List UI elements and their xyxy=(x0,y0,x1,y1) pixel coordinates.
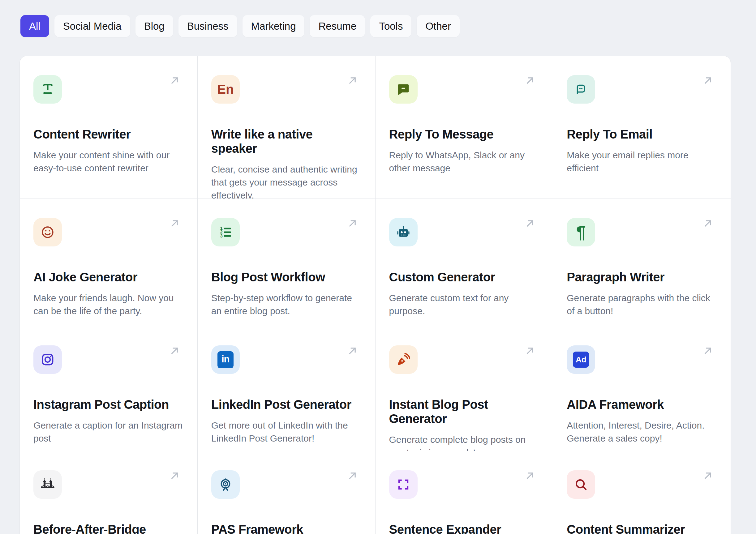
svg-text:3: 3 xyxy=(220,233,222,238)
tool-title: Reply To Message xyxy=(389,127,539,141)
tool-description: Make your friends laugh. Now you can be … xyxy=(33,292,184,318)
text-width-icon xyxy=(33,75,62,104)
tool-title: Paragraph Writer xyxy=(567,270,717,284)
tool-title: Write like a native speaker xyxy=(211,127,362,155)
pilcrow-icon: ¶ xyxy=(567,218,595,247)
tool-description: Get more out of LinkedIn with the Linked… xyxy=(211,419,362,445)
filter-button-blog[interactable]: Blog xyxy=(135,15,173,37)
tool-title: Before-After-Bridge xyxy=(33,522,184,534)
category-filter-bar: AllSocial MediaBlogBusinessMarketingResu… xyxy=(20,15,460,37)
tool-card[interactable]: in LinkedIn Post Generator Get more out … xyxy=(198,326,375,451)
expand-corners-icon xyxy=(389,470,418,499)
tool-card[interactable]: 1 2 3 Blog Post Workflow Step-by-step wo… xyxy=(198,199,375,326)
tool-title: Content Rewriter xyxy=(33,127,184,141)
tool-title: Content Summarizer xyxy=(567,522,717,534)
instagram-icon xyxy=(33,345,62,374)
tool-card[interactable]: PAS Framework xyxy=(198,451,375,534)
tool-card[interactable]: Ad AIDA Framework Attention, Interest, D… xyxy=(553,326,731,451)
open-arrow-icon[interactable] xyxy=(702,217,714,230)
tools-grid: Content Rewriter Make your content shine… xyxy=(19,56,731,534)
tool-description: Reply to WhatsApp, Slack or any other me… xyxy=(389,149,539,175)
tool-card[interactable]: AI Joke Generator Make your friends laug… xyxy=(20,199,197,326)
robot-icon xyxy=(389,218,418,247)
tool-description: Generate paragraphs with the click of a … xyxy=(567,292,717,318)
message-bubble-icon xyxy=(389,75,418,104)
tower-bridge-icon xyxy=(33,470,62,499)
filter-button-marketing[interactable]: Marketing xyxy=(243,15,305,37)
chat-bot-bubble-icon xyxy=(567,75,595,104)
numbered-list-icon: 1 2 3 xyxy=(211,218,240,247)
tool-title: Reply To Email xyxy=(567,127,717,141)
open-arrow-icon[interactable] xyxy=(168,74,181,87)
tool-card[interactable]: Content Rewriter Make your content shine… xyxy=(20,56,197,199)
open-arrow-icon[interactable] xyxy=(524,470,536,482)
tool-description: Make your email replies more efficient xyxy=(567,149,717,175)
tool-card[interactable]: Content Summarizer xyxy=(553,451,731,534)
tool-description: Clear, concise and authentic writing tha… xyxy=(211,163,362,199)
tool-description: Generate a caption for an Instagram post xyxy=(33,419,184,445)
open-arrow-icon[interactable] xyxy=(702,470,714,482)
tool-card[interactable]: Instagram Post Caption Generate a captio… xyxy=(20,326,197,451)
pen-feed-icon xyxy=(389,345,418,374)
open-arrow-icon[interactable] xyxy=(702,74,714,87)
tool-title: Blog Post Workflow xyxy=(211,270,362,284)
tool-title: LinkedIn Post Generator xyxy=(211,397,362,412)
ad-badge: Ad xyxy=(573,352,589,368)
tool-title: Sentence Expander xyxy=(389,522,539,534)
tool-description: Make your content shine with our easy-to… xyxy=(33,149,184,175)
filter-button-social-media[interactable]: Social Media xyxy=(54,15,130,37)
tool-title: AIDA Framework xyxy=(567,397,717,412)
tool-title: Instagram Post Caption xyxy=(33,397,184,412)
linkedin-icon: in xyxy=(211,345,240,374)
filter-button-resume[interactable]: Resume xyxy=(310,15,365,37)
open-arrow-icon[interactable] xyxy=(168,345,181,357)
en-text: En xyxy=(217,82,234,97)
open-arrow-icon[interactable] xyxy=(346,345,359,357)
tool-title: Instant Blog Post Generator xyxy=(389,397,539,426)
tool-title: AI Joke Generator xyxy=(33,270,184,284)
target-stand-icon xyxy=(211,470,240,499)
pilcrow-text: ¶ xyxy=(576,224,586,241)
ad-badge-icon: Ad xyxy=(567,345,595,374)
tool-card[interactable]: En Write like a native speaker Clear, co… xyxy=(198,56,375,199)
open-arrow-icon[interactable] xyxy=(346,74,359,87)
open-arrow-icon[interactable] xyxy=(168,217,181,230)
open-arrow-icon[interactable] xyxy=(346,217,359,230)
open-arrow-icon[interactable] xyxy=(524,74,536,87)
tool-card[interactable]: Sentence Expander xyxy=(375,451,553,534)
filter-button-all[interactable]: All xyxy=(20,15,49,37)
filter-button-tools[interactable]: Tools xyxy=(370,15,411,37)
tool-card[interactable]: Reply To Email Make your email replies m… xyxy=(553,56,731,199)
en-language-icon: En xyxy=(211,75,240,104)
tool-title: Custom Generator xyxy=(389,270,539,284)
open-arrow-icon[interactable] xyxy=(346,470,359,482)
tool-description: Attention, Interest, Desire, Action. Gen… xyxy=(567,419,717,445)
filter-button-business[interactable]: Business xyxy=(178,15,237,37)
open-arrow-icon[interactable] xyxy=(168,470,181,482)
tool-card[interactable]: Custom Generator Generate custom text fo… xyxy=(375,199,553,326)
linkedin-badge: in xyxy=(217,351,233,368)
tool-card[interactable]: Instant Blog Post Generator Generate com… xyxy=(375,326,553,451)
tool-title: PAS Framework xyxy=(211,522,362,534)
tool-description: Generate complete blog posts on any topi… xyxy=(389,433,539,451)
magnifier-icon xyxy=(567,470,595,499)
smiley-icon xyxy=(33,218,62,247)
filter-button-other[interactable]: Other xyxy=(417,15,460,37)
tool-description: Step-by-step workflow to generate an ent… xyxy=(211,292,362,318)
open-arrow-icon[interactable] xyxy=(524,217,536,230)
open-arrow-icon[interactable] xyxy=(524,345,536,357)
tool-description: Generate custom text for any purpose. xyxy=(389,292,539,318)
open-arrow-icon[interactable] xyxy=(702,345,714,357)
tool-card[interactable]: Before-After-Bridge xyxy=(20,451,197,534)
tool-card[interactable]: Reply To Message Reply to WhatsApp, Slac… xyxy=(375,56,553,199)
tool-card[interactable]: ¶ Paragraph Writer Generate paragraphs w… xyxy=(553,199,731,326)
